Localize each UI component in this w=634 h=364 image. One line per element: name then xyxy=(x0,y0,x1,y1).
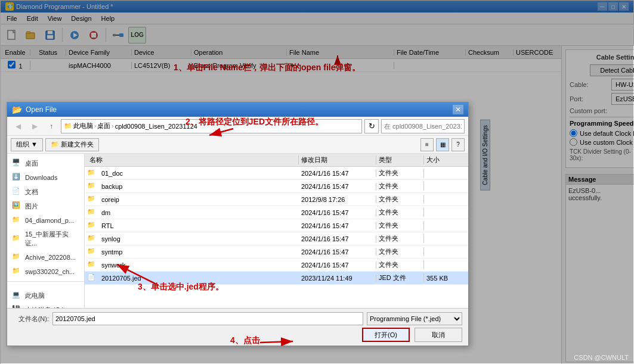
sidebar-item-folder1-label: 04_diamond_p... xyxy=(25,217,74,224)
filetype-coreip: 文件夹 xyxy=(376,195,424,204)
nav-back-btn[interactable]: ◀ xyxy=(11,119,25,133)
folder-icon-coreip: 📁 xyxy=(87,195,97,204)
cancel-btn[interactable]: 取消 xyxy=(415,328,462,342)
file-row-synlog[interactable]: 📁 synlog 2024/1/16 15:47 文件夹 xyxy=(85,232,468,245)
filename-syntmp: syntmp xyxy=(99,248,299,256)
sidebar-item-drive-c[interactable]: 💾 本地磁盘 (C:) xyxy=(7,303,84,308)
filetype-synlog: 文件夹 xyxy=(376,234,424,243)
filetype-01doc: 文件夹 xyxy=(376,169,424,178)
filetype-synwork: 文件夹 xyxy=(376,260,424,269)
filename-synwork: synwork xyxy=(99,262,299,269)
folder-icon-rtl: 📁 xyxy=(87,221,97,231)
dialog-folder-icon: 📂 xyxy=(12,105,22,114)
sidebar-item-images[interactable]: 🖼️ 图片 xyxy=(7,199,84,213)
folder-icon-synlog: 📁 xyxy=(87,234,97,244)
sidebar-item-desktop-label: 桌面 xyxy=(25,159,38,168)
desktop-icon: 🖥️ xyxy=(12,158,21,168)
mypc-icon: 💻 xyxy=(12,291,21,300)
folder2-icon: 📁 xyxy=(12,234,21,244)
folder4-icon: 📁 xyxy=(12,267,21,276)
file-row-syntmp[interactable]: 📁 syntmp 2024/1/16 15:47 文件夹 xyxy=(85,245,468,259)
file-row-01doc[interactable]: 📁 01_doc 2024/1/16 15:47 文件夹 xyxy=(85,167,468,180)
open-file-dialog: 📂 Open File ✕ ◀ ▶ ↑ 📁 此电脑 › xyxy=(7,102,469,346)
sidebar-item-downloads-label: Downloads xyxy=(25,174,57,181)
folder-icon-dm: 📁 xyxy=(87,208,97,217)
dialog-overlay[interactable]: 📂 Open File ✕ ◀ ▶ ↑ 📁 此电脑 › xyxy=(1,1,633,363)
filetype-dm: 文件夹 xyxy=(376,208,424,217)
view-btn-2[interactable]: ▦ xyxy=(436,138,449,151)
path-segment-2: 桌面 › xyxy=(97,122,113,130)
sidebar-item-folder3-label: Achive_202208... xyxy=(25,254,76,261)
dialog-title-bar: 📂 Open File ✕ xyxy=(7,102,468,117)
path-segment-0: 📁 xyxy=(64,122,72,130)
file-col-name-header[interactable]: 名称 xyxy=(87,155,299,164)
folder-icon-01doc: 📁 xyxy=(87,169,97,178)
jed-file-icon: 📄 xyxy=(87,273,97,283)
filename-dm: dm xyxy=(99,209,299,216)
filename-label: 文件名(N): xyxy=(13,315,49,323)
annotation-3: 3、单击选中.jed程序。 xyxy=(138,282,224,293)
file-row-dm[interactable]: 📁 dm 2024/1/16 15:47 文件夹 xyxy=(85,206,468,219)
filetype-jed: JED 文件 xyxy=(376,273,424,282)
file-list-header: 名称 修改日期 类型 大小 xyxy=(85,154,468,167)
sidebar-item-docs-label: 文档 xyxy=(25,188,38,197)
sidebar-item-downloads[interactable]: ⬇️ Downloads xyxy=(7,170,84,185)
file-row-backup[interactable]: 📁 backup 2024/1/16 15:47 文件夹 xyxy=(85,180,468,193)
filetype-rtl: 文件夹 xyxy=(376,221,424,230)
folder-icon-backup: 📁 xyxy=(87,182,97,191)
organize-btn[interactable]: 组织 ▼ xyxy=(11,138,43,151)
sidebar-item-images-label: 图片 xyxy=(25,202,38,211)
sidebar-item-mypc[interactable]: 💻 此电脑 xyxy=(7,288,84,303)
annotation-2: 2、将路径定位到JED文件所在路径。 xyxy=(185,117,323,127)
annotation-4: 4、点击 xyxy=(230,335,260,346)
dialog-close-btn[interactable]: ✕ xyxy=(453,105,463,114)
file-col-size-header[interactable]: 大小 xyxy=(424,155,466,164)
sidebar-item-folder2[interactable]: 📁 15_中新履手实证... xyxy=(7,228,84,250)
new-folder-btn[interactable]: 📁 新建文件夹 xyxy=(45,138,99,151)
sidebar-separator xyxy=(7,281,84,286)
file-row-rtl[interactable]: 📁 RTL 2024/1/16 15:47 文件夹 xyxy=(85,219,468,232)
view-btn-1[interactable]: ≡ xyxy=(420,138,434,151)
sidebar-item-desktop[interactable]: 🖥️ 桌面 xyxy=(7,156,84,170)
downloads-icon: ⬇️ xyxy=(12,173,21,182)
open-file-btn[interactable]: 打开(O) xyxy=(362,328,410,342)
filename-input[interactable] xyxy=(52,312,363,325)
sidebar-item-folder1[interactable]: 📁 04_diamond_p... xyxy=(7,213,84,228)
filetype-syntmp: 文件夹 xyxy=(376,247,424,256)
dialog-body: 🖥️ 桌面 ⬇️ Downloads 📄 文档 🖼️ 图片 xyxy=(7,154,468,308)
folder-icon-synwork: 📁 xyxy=(87,260,97,270)
filedate-backup: 2024/1/16 15:47 xyxy=(299,183,376,190)
sidebar-item-folder4-label: swp330202_ch... xyxy=(25,268,75,275)
filedate-synwork: 2024/1/16 15:47 xyxy=(299,262,376,269)
file-col-date-header[interactable]: 修改日期 xyxy=(299,155,376,164)
filetype-select[interactable]: Programming File (*.jed) xyxy=(367,312,462,325)
sidebar-item-folder4[interactable]: 📁 swp330202_ch... xyxy=(7,265,84,279)
sidebar-item-folder3[interactable]: 📁 Achive_202208... xyxy=(7,250,84,265)
folder1-icon: 📁 xyxy=(12,216,21,225)
sidebar-item-mypc-label: 此电脑 xyxy=(25,291,45,300)
sidebar-item-docs[interactable]: 📄 文档 xyxy=(7,185,84,199)
nav-forward-btn[interactable]: ▶ xyxy=(27,119,42,133)
footer-row-1: 文件名(N): Programming File (*.jed) xyxy=(13,312,462,325)
filedate-syntmp: 2024/1/16 15:47 xyxy=(299,248,376,256)
file-col-type-header[interactable]: 类型 xyxy=(376,155,424,164)
filename-backup: backup xyxy=(99,183,299,190)
nav-up-btn[interactable]: ↑ xyxy=(44,119,58,133)
app-window: 💎 Diamond Programmer - Untitled * ─ □ ✕ … xyxy=(0,0,634,364)
dialog-sidebar: 🖥️ 桌面 ⬇️ Downloads 📄 文档 🖼️ 图片 xyxy=(7,154,85,308)
new-folder-icon: 📁 xyxy=(51,141,59,148)
filename-synlog: synlog xyxy=(99,235,299,242)
filedate-rtl: 2024/1/16 15:47 xyxy=(299,222,376,229)
filesize-jed: 355 KB xyxy=(424,275,466,282)
csdn-watermark: CSDN @CWNULT xyxy=(574,354,629,361)
file-row-synwork[interactable]: 📁 synwork 2024/1/16 15:47 文件夹 xyxy=(85,259,468,272)
refresh-btn[interactable]: ↻ xyxy=(364,119,379,133)
search-input[interactable] xyxy=(381,119,465,133)
file-row-coreip[interactable]: 📁 coreip 2012/9/8 17:26 文件夹 xyxy=(85,193,468,206)
folder3-icon: 📁 xyxy=(12,253,21,262)
filedate-01doc: 2024/1/16 15:47 xyxy=(299,170,376,177)
view-btn-3[interactable]: ? xyxy=(451,138,465,151)
filename-01doc: 01_doc xyxy=(99,170,299,177)
images-icon: 🖼️ xyxy=(12,201,21,211)
filedate-dm: 2024/1/16 15:47 xyxy=(299,209,376,216)
